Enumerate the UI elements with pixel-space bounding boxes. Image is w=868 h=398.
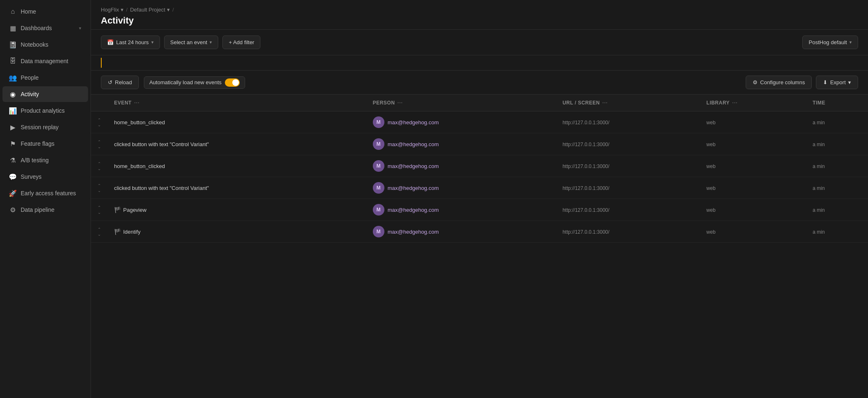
expand-button-5[interactable]: ⌃⌄ (98, 227, 101, 237)
sidebar-item-notebooks[interactable]: 📓Notebooks (2, 37, 88, 52)
data-management-icon: 🗄 (9, 57, 17, 65)
th-person-label: PERSON (373, 100, 395, 106)
table-row[interactable]: ⌃⌄🏴PageviewMmax@hedgehog.comhttp://127.0… (91, 199, 868, 221)
time-filter-label: Last 24 hours (116, 39, 149, 45)
event-cell-0: home_button_clicked (107, 111, 366, 133)
sidebar-item-activity[interactable]: ◉Activity (2, 86, 88, 102)
avatar-0: M (373, 116, 384, 128)
person-email-4[interactable]: max@hedgehog.com (388, 207, 439, 213)
avatar-1: M (373, 138, 384, 150)
person-email-0[interactable]: max@hedgehog.com (388, 119, 439, 126)
event-name-2: home_button_clicked (114, 163, 165, 169)
table-row[interactable]: ⌃⌄🏴IdentifyMmax@hedgehog.comhttp://127.0… (91, 221, 868, 243)
session-replay-icon: ▶ (9, 123, 17, 131)
time-filter-button[interactable]: 📅 Last 24 hours ▾ (101, 36, 160, 49)
person-email-5[interactable]: max@hedgehog.com (388, 229, 439, 235)
toolbar: 📅 Last 24 hours ▾ Select an event ▾ + Ad… (91, 30, 868, 55)
person-email-1[interactable]: max@hedgehog.com (388, 141, 439, 147)
expand-cell-1: ⌃⌄ (91, 133, 107, 155)
feature-flags-icon: ⚑ (9, 140, 17, 147)
event-cell-4: 🏴Pageview (107, 199, 366, 221)
breadcrumb: HogFlix ▾ / Default Project ▾ / (101, 7, 858, 13)
posthog-default-button[interactable]: PostHog default ▾ (802, 36, 858, 49)
th-event-more[interactable]: ··· (134, 100, 139, 106)
th-library-more[interactable]: ··· (732, 100, 737, 106)
time-value-0: a min (813, 120, 825, 126)
configure-columns-button[interactable]: ⚙ Configure columns (746, 76, 812, 89)
reload-button[interactable]: ↺ Reload (101, 76, 139, 89)
search-input[interactable] (101, 58, 184, 68)
event-icon-5: 🏴 (114, 228, 121, 235)
events-table: EVENT ··· PERSON ··· URL / SCREEN (91, 95, 868, 243)
configure-icon: ⚙ (753, 79, 758, 85)
expand-button-0[interactable]: ⌃⌄ (98, 118, 101, 127)
expand-cell-5: ⌃⌄ (91, 221, 107, 243)
avatar-2: M (373, 160, 384, 172)
sidebar-item-home[interactable]: ⌂Home (2, 4, 88, 19)
breadcrumb-project[interactable]: Default Project ▾ (130, 7, 170, 13)
sidebar-item-label-product-analytics: Product analytics (21, 107, 65, 114)
sidebar-item-data-management[interactable]: 🗄Data management (2, 53, 88, 69)
expand-button-4[interactable]: ⌃⌄ (98, 205, 101, 215)
event-cell-1: clicked button with text "Control Varian… (107, 133, 366, 155)
event-select-label: Select an event (170, 39, 207, 45)
library-value-3: web (706, 185, 715, 191)
table-body: ⌃⌄home_button_clickedMmax@hedgehog.comht… (91, 111, 868, 243)
th-person-more[interactable]: ··· (397, 100, 403, 106)
url-value-1: http://127.0.0.1:3000/ (563, 142, 609, 147)
sidebar-item-people[interactable]: 👥People (2, 70, 88, 85)
person-cell-2: Mmax@hedgehog.com (366, 155, 556, 177)
ab-testing-icon: ⚗ (9, 156, 17, 164)
url-value-3: http://127.0.0.1:3000/ (563, 185, 609, 191)
breadcrumb-hogflix[interactable]: HogFlix ▾ (101, 7, 124, 13)
sidebar-item-data-pipeline[interactable]: ⚙Data pipeline (2, 202, 88, 218)
expand-cell-4: ⌃⌄ (91, 199, 107, 221)
table-row[interactable]: ⌃⌄clicked button with text "Control Vari… (91, 133, 868, 155)
breadcrumb-chevron-0: ▾ (121, 7, 124, 13)
url-cell-0: http://127.0.0.1:3000/ (556, 111, 700, 133)
data-pipeline-icon: ⚙ (9, 206, 17, 213)
sidebar-item-early-access[interactable]: 🚀Early access features (2, 185, 88, 201)
table-row[interactable]: ⌃⌄home_button_clickedMmax@hedgehog.comht… (91, 111, 868, 133)
person-email-3[interactable]: max@hedgehog.com (388, 185, 439, 191)
library-cell-5: web (700, 221, 806, 243)
expand-button-3[interactable]: ⌃⌄ (98, 183, 101, 193)
person-email-2[interactable]: max@hedgehog.com (388, 163, 439, 169)
sidebar-item-label-home: Home (21, 8, 36, 15)
table-row[interactable]: ⌃⌄clicked button with text "Control Vari… (91, 177, 868, 199)
time-cell-5: a min (806, 221, 868, 243)
event-select-button[interactable]: Select an event ▾ (164, 36, 219, 49)
expand-button-2[interactable]: ⌃⌄ (98, 161, 101, 171)
person-cell-1: Mmax@hedgehog.com (366, 133, 556, 155)
person-cell-3: Mmax@hedgehog.com (366, 177, 556, 199)
library-cell-1: web (700, 133, 806, 155)
add-filter-button[interactable]: + Add filter (222, 36, 260, 49)
sidebar-item-surveys[interactable]: 💬Surveys (2, 169, 88, 185)
early-access-icon: 🚀 (9, 190, 17, 197)
th-time-label: TIME (813, 100, 825, 106)
sidebar-item-ab-testing[interactable]: ⚗A/B testing (2, 152, 88, 168)
configure-label: Configure columns (760, 79, 805, 85)
dashboards-icon: ▦ (9, 24, 17, 32)
sidebar-item-session-replay[interactable]: ▶Session replay (2, 119, 88, 135)
sidebar-item-dashboards[interactable]: ▦Dashboards▾ (2, 20, 88, 36)
library-cell-2: web (700, 155, 806, 177)
product-analytics-icon: 📊 (9, 107, 17, 114)
sidebar-item-feature-flags[interactable]: ⚑Feature flags (2, 136, 88, 152)
time-filter-chevron: ▾ (151, 40, 154, 45)
export-icon: ⬇ (823, 79, 827, 85)
th-time: TIME (806, 95, 868, 111)
url-value-0: http://127.0.0.1:3000/ (563, 120, 609, 126)
sidebar-item-label-notebooks: Notebooks (21, 41, 48, 48)
auto-load-toggle[interactable] (225, 78, 240, 87)
expand-button-1[interactable]: ⌃⌄ (98, 140, 101, 149)
sidebar-item-label-surveys: Surveys (21, 173, 42, 180)
sidebar-item-product-analytics[interactable]: 📊Product analytics (2, 103, 88, 118)
reload-icon: ↺ (108, 79, 112, 85)
th-url-more[interactable]: ··· (602, 100, 608, 106)
sidebar-item-label-ab-testing: A/B testing (21, 157, 49, 163)
sidebar-item-label-data-management: Data management (21, 58, 68, 64)
main-content: HogFlix ▾ / Default Project ▾ / Activity… (91, 0, 868, 398)
table-row[interactable]: ⌃⌄home_button_clickedMmax@hedgehog.comht… (91, 155, 868, 177)
export-button[interactable]: ⬇ Export ▾ (816, 76, 858, 89)
